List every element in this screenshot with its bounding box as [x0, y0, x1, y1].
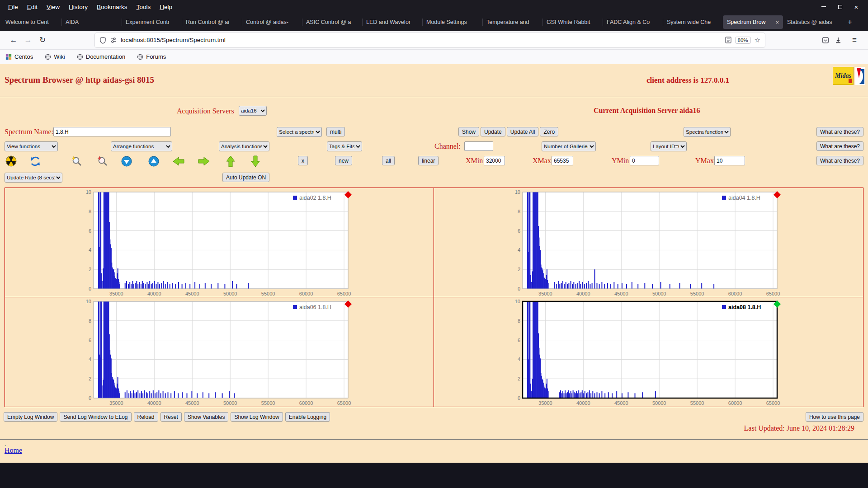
hamburger-menu-icon[interactable]: ≡ — [847, 33, 862, 47]
bookmark-wiki[interactable]: Wiki — [45, 53, 65, 60]
show-button[interactable]: Show — [458, 127, 479, 136]
gallery-cell-aida06[interactable]: 0246810350004000045000500005500060000650… — [5, 297, 434, 407]
reload-icon[interactable]: ↻ — [35, 33, 50, 47]
analysis-functions-select[interactable]: Analysis functions — [219, 141, 269, 151]
gallery-cell-aida04[interactable]: 0246810350004000045000500005500060000650… — [434, 188, 863, 297]
menu-bookmarks[interactable]: Bookmarks — [92, 2, 132, 12]
acquisition-server-select[interactable]: aida16 — [239, 106, 267, 116]
pan-up-icon[interactable] — [225, 155, 236, 167]
tab-module-settings[interactable]: Module Settings — [422, 15, 482, 29]
tab-run-control[interactable]: Run Control @ ai — [182, 15, 242, 29]
spectrum-plot[interactable]: 0246810350004000045000500005500060000650… — [434, 188, 863, 296]
x-axis-button[interactable]: x — [298, 156, 308, 165]
tab-experiment-control[interactable]: Experiment Contr — [122, 15, 182, 29]
menu-tools[interactable]: Tools — [132, 2, 156, 12]
tags-and-fits-select[interactable]: Tags & Fits — [327, 141, 362, 151]
channel-input[interactable] — [464, 141, 493, 151]
empty-log-window-button[interactable]: Empty Log Window — [4, 412, 57, 422]
spectra-functions-select[interactable]: Spectra functions — [684, 127, 731, 137]
what-are-these-button-1[interactable]: What are these? — [816, 127, 863, 136]
view-functions-select[interactable]: View functions — [5, 141, 58, 151]
linear-button[interactable]: linear — [418, 156, 439, 165]
xmin-input[interactable] — [484, 156, 505, 165]
bookmark-documentation[interactable]: Documentation — [77, 53, 125, 60]
pan-down-icon[interactable] — [250, 155, 261, 167]
tab-temperature[interactable]: Temperature and — [482, 15, 542, 29]
ymax-input[interactable] — [714, 156, 745, 165]
spectrum-plot[interactable]: 0246810350004000045000500005500060000650… — [5, 188, 434, 296]
back-icon[interactable]: ← — [6, 33, 21, 47]
tab-statistics[interactable]: Statistics @ aidas — [783, 15, 843, 29]
pan-left-icon[interactable] — [173, 156, 184, 167]
pan-right-icon[interactable] — [198, 156, 210, 167]
bookmark-forums[interactable]: Forums — [137, 53, 166, 60]
log-buttons-row: Empty Log Window Send Log Window to ELog… — [4, 412, 330, 422]
tab-spectrum-browser-active[interactable]: Spectrum Brow × — [723, 15, 783, 29]
shield-icon[interactable] — [99, 37, 106, 44]
site-permissions-icon[interactable] — [110, 37, 117, 44]
spectrum-name-input[interactable] — [53, 127, 171, 136]
menu-help[interactable]: Help — [155, 2, 177, 12]
tab-control[interactable]: Control @ aidas- — [242, 15, 302, 29]
zoom-out-icon[interactable] — [97, 155, 108, 167]
ymin-input[interactable] — [630, 156, 659, 165]
update-button[interactable]: Update — [481, 127, 505, 136]
arrange-functions-select[interactable]: Arrange functions — [111, 141, 172, 151]
update-rate-select[interactable]: Update Rate (8 secs) — [5, 173, 62, 183]
tab-fadc-align[interactable]: FADC Align & Co — [603, 15, 663, 29]
radiation-icon[interactable] — [5, 155, 17, 167]
new-button[interactable]: new — [335, 156, 352, 165]
auto-update-toggle-button[interactable]: Auto Update ON — [222, 173, 269, 182]
scroll-up-icon[interactable] — [148, 155, 160, 167]
gallery-cell-aida08[interactable]: 0246810350004000045000500005500060000650… — [434, 297, 863, 407]
spectrum-plot[interactable]: 0246810350004000045000500005500060000650… — [5, 297, 434, 406]
refresh-icon[interactable] — [29, 155, 41, 167]
menu-edit[interactable]: Edit — [23, 2, 42, 12]
all-button[interactable]: all — [382, 156, 395, 165]
tab-close-icon[interactable]: × — [775, 19, 779, 26]
menu-history[interactable]: History — [64, 2, 92, 12]
tab-led-waveform[interactable]: LED and Wavefor — [362, 15, 422, 29]
window-close-button[interactable]: × — [848, 0, 864, 14]
url-path[interactable]: /Spectrum/Spectrum.tml — [160, 37, 226, 43]
reload-button[interactable]: Reload — [134, 412, 158, 422]
reset-button[interactable]: Reset — [160, 412, 182, 422]
xmax-input[interactable] — [552, 156, 573, 165]
number-of-galleries-select[interactable]: Number of Galleries — [542, 141, 596, 151]
url-host[interactable]: localhost:8015 — [121, 37, 160, 43]
enable-logging-button[interactable]: Enable Logging — [285, 412, 330, 422]
tab-gsi-white-rabbit[interactable]: GSI White Rabbit — [542, 15, 603, 29]
new-tab-button[interactable]: + — [843, 15, 857, 29]
window-maximize-button[interactable] — [832, 0, 848, 14]
downloads-icon[interactable] — [835, 37, 842, 44]
multi-button[interactable]: multi — [326, 127, 345, 136]
window-minimize-button[interactable] — [816, 0, 832, 14]
select-a-spectrum-select[interactable]: Select a spectrum — [277, 127, 322, 137]
update-all-button[interactable]: Update All — [507, 127, 539, 136]
zero-button[interactable]: Zero — [540, 127, 558, 136]
scroll-down-icon[interactable] — [121, 155, 132, 167]
tab-system-wide-checks[interactable]: System wide Che — [663, 15, 723, 29]
tab-welcome-to-centos[interactable]: Welcome to Cent — [1, 15, 61, 29]
bookmark-centos[interactable]: Centos — [5, 53, 33, 60]
tab-asic-control[interactable]: ASIC Control @ a — [302, 15, 362, 29]
tab-aida[interactable]: AIDA — [61, 15, 122, 29]
what-are-these-button-2[interactable]: What are these? — [816, 141, 863, 151]
zoom-level-badge[interactable]: 80% — [735, 37, 751, 44]
menu-file[interactable]: File — [4, 2, 23, 12]
how-to-use-button[interactable]: How to use this page — [806, 412, 863, 422]
menu-view[interactable]: View — [42, 2, 64, 12]
what-are-these-button-3[interactable]: What are these? — [816, 156, 863, 165]
pocket-icon[interactable] — [822, 37, 829, 44]
zoom-in-icon[interactable] — [71, 155, 83, 167]
gallery-cell-aida02[interactable]: 0246810350004000045000500005500060000650… — [5, 188, 434, 297]
url-bar[interactable]: localhost:8015/Spectrum/Spectrum.tml 80%… — [95, 33, 765, 47]
reader-mode-icon[interactable] — [725, 37, 731, 43]
show-log-window-button[interactable]: Show Log Window — [231, 412, 283, 422]
spectrum-plot[interactable]: 0246810350004000045000500005500060000650… — [434, 297, 863, 406]
layout-id-select[interactable]: Layout ID=6 — [651, 141, 687, 151]
send-log-to-elog-button[interactable]: Send Log Window to ELog — [60, 412, 131, 422]
bookmark-star-icon[interactable]: ☆ — [755, 36, 760, 44]
show-variables-button[interactable]: Show Variables — [184, 412, 229, 422]
home-link[interactable]: Home — [5, 446, 22, 455]
